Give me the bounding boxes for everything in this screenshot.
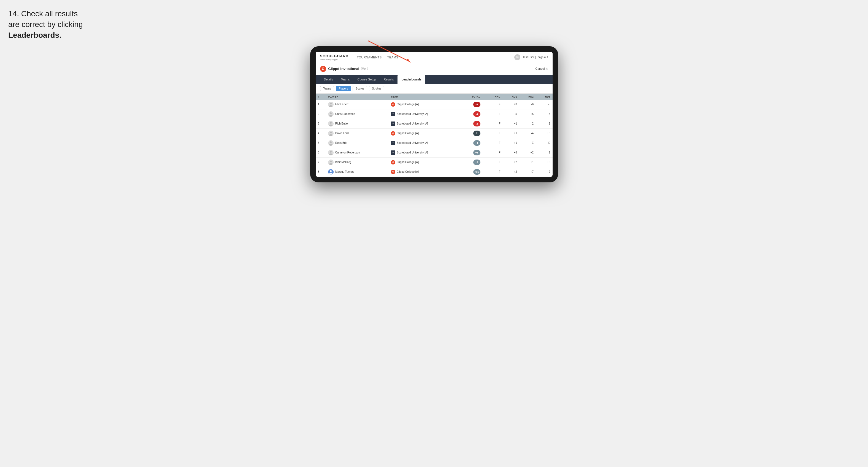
cell-team: ≡ Scoreboard University [A] bbox=[389, 148, 460, 157]
team-name: Clippd College [A] bbox=[397, 170, 419, 173]
cell-team: ≡ Scoreboard University [A] bbox=[389, 119, 460, 128]
cell-rd3: E bbox=[536, 138, 552, 148]
svg-point-9 bbox=[330, 122, 332, 124]
cancel-button[interactable]: Cancel ✕ bbox=[535, 67, 548, 70]
filter-players[interactable]: Players bbox=[336, 86, 351, 91]
tab-course-setup[interactable]: Course Setup bbox=[354, 75, 380, 84]
device-screen: SCOREBOARD Powered by clippd TOURNAMENTS… bbox=[316, 52, 553, 177]
cell-rd2: -2 bbox=[519, 119, 536, 128]
logo-subtitle: Powered by clippd bbox=[320, 58, 349, 61]
sign-out-link[interactable]: Sign out bbox=[538, 56, 548, 59]
player-name: Blair McHarg bbox=[335, 161, 351, 164]
cell-rank: 6 bbox=[316, 148, 326, 157]
filter-scores[interactable]: Scores bbox=[352, 86, 367, 91]
tournament-name: Clippd Invitational bbox=[328, 67, 360, 71]
cell-rank: 3 bbox=[316, 119, 326, 128]
nav-bar: SCOREBOARD Powered by clippd TOURNAMENTS… bbox=[316, 52, 553, 63]
cell-rd3: -1 bbox=[536, 119, 552, 128]
cell-rd3: -5 bbox=[536, 100, 552, 110]
svg-point-12 bbox=[330, 132, 332, 133]
team-logo: ≡ bbox=[391, 112, 395, 116]
player-name: Rich Butler bbox=[335, 122, 349, 125]
tournament-category: (Men) bbox=[361, 67, 368, 70]
svg-point-18 bbox=[330, 151, 332, 153]
player-name: Marcus Turners bbox=[335, 170, 354, 173]
team-name: Clippd College [A] bbox=[397, 132, 419, 135]
user-avatar: TU bbox=[514, 54, 520, 60]
player-avatar bbox=[328, 140, 334, 146]
cell-player: Chris Robertson bbox=[326, 109, 389, 119]
cell-rd2: -4 bbox=[519, 128, 536, 138]
cell-total: -4 bbox=[460, 109, 483, 119]
cell-rank: 2 bbox=[316, 109, 326, 119]
instruction-block: 14. Check all results are correct by cli… bbox=[8, 8, 119, 41]
cell-rd2: E bbox=[519, 138, 536, 148]
cell-team: C Clippd College [A] bbox=[389, 167, 460, 177]
logo-title: SCOREBOARD bbox=[320, 54, 349, 58]
filter-strokes[interactable]: Strokes bbox=[369, 86, 384, 91]
nav-links: TOURNAMENTS TEAMS bbox=[357, 55, 514, 60]
table-row: 5 Rees Britt ≡ Scoreboard University [A]… bbox=[316, 138, 553, 148]
tab-teams[interactable]: Teams bbox=[337, 75, 353, 84]
tournament-icon: C bbox=[320, 66, 326, 72]
player-name: David Ford bbox=[335, 132, 349, 135]
team-logo: C bbox=[391, 170, 395, 174]
team-name: Scoreboard University [A] bbox=[397, 122, 428, 125]
cell-player: Blair McHarg bbox=[326, 157, 389, 167]
cell-rd1: +1 bbox=[503, 128, 519, 138]
cell-rank: 5 bbox=[316, 138, 326, 148]
filter-teams[interactable]: Teams bbox=[320, 86, 334, 91]
player-name: Cameron Robertson bbox=[335, 151, 360, 154]
logo-area: SCOREBOARD Powered by clippd bbox=[320, 54, 349, 61]
player-name: Chris Robertson bbox=[335, 113, 355, 116]
score-badge: +9 bbox=[473, 159, 480, 165]
team-logo: ≡ bbox=[391, 150, 395, 155]
nav-tournaments[interactable]: TOURNAMENTS bbox=[357, 55, 381, 60]
cell-player: David Ford bbox=[326, 128, 389, 138]
tab-results[interactable]: Results bbox=[380, 75, 398, 84]
cell-rd1: +2 bbox=[503, 157, 519, 167]
score-badge: -4 bbox=[473, 111, 480, 117]
cell-player: Cameron Robertson bbox=[326, 148, 389, 157]
score-badge: +11 bbox=[473, 169, 480, 175]
team-logo: C bbox=[391, 131, 395, 135]
instruction-text: 14. Check all results are correct by cli… bbox=[8, 8, 113, 41]
cell-team: C Clippd College [A] bbox=[389, 157, 460, 167]
table-row: 2 Chris Robertson ≡ Scoreboard Universit… bbox=[316, 109, 553, 119]
cell-player: Rich Butler bbox=[326, 119, 389, 128]
player-avatar bbox=[328, 111, 334, 117]
score-badge: E bbox=[473, 131, 480, 136]
team-name: Scoreboard University [A] bbox=[397, 151, 428, 154]
cell-rd1: +3 bbox=[503, 100, 519, 110]
cell-total: +6 bbox=[460, 148, 483, 157]
cell-total: +1 bbox=[460, 138, 483, 148]
cell-thru: F bbox=[483, 148, 503, 157]
cell-rd2: -6 bbox=[519, 100, 536, 110]
team-name: Scoreboard University [A] bbox=[397, 141, 428, 144]
cell-rd3: +6 bbox=[536, 157, 552, 167]
col-total: TOTAL bbox=[460, 94, 483, 100]
cell-rd1: +5 bbox=[503, 148, 519, 157]
table-row: 7 Blair McHarg C Clippd College [A] +9 F bbox=[316, 157, 553, 167]
cell-rd2: +1 bbox=[519, 157, 536, 167]
tab-leaderboards[interactable]: Leaderboards bbox=[398, 75, 425, 84]
cell-total: -2 bbox=[460, 119, 483, 128]
cell-rank: 7 bbox=[316, 157, 326, 167]
team-logo: ≡ bbox=[391, 122, 395, 126]
team-logo: C bbox=[391, 102, 395, 106]
cell-thru: F bbox=[483, 100, 503, 110]
nav-teams[interactable]: TEAMS bbox=[387, 55, 398, 60]
cell-thru: F bbox=[483, 138, 503, 148]
player-name: Elliot Ebert bbox=[335, 103, 348, 106]
svg-point-24 bbox=[330, 170, 332, 172]
cell-rd3: +3 bbox=[536, 128, 552, 138]
player-avatar bbox=[328, 131, 334, 136]
svg-point-21 bbox=[330, 161, 332, 162]
col-rd1: RD1 bbox=[503, 94, 519, 100]
cell-rd3: -1 bbox=[536, 148, 552, 157]
tab-details[interactable]: Details bbox=[320, 75, 337, 84]
table-header-row: # PLAYER TEAM TOTAL THRU RD1 RD2 RD3 bbox=[316, 94, 553, 100]
cell-rd3: +2 bbox=[536, 167, 552, 177]
player-avatar bbox=[328, 121, 334, 126]
user-name: Test User | bbox=[523, 56, 536, 59]
